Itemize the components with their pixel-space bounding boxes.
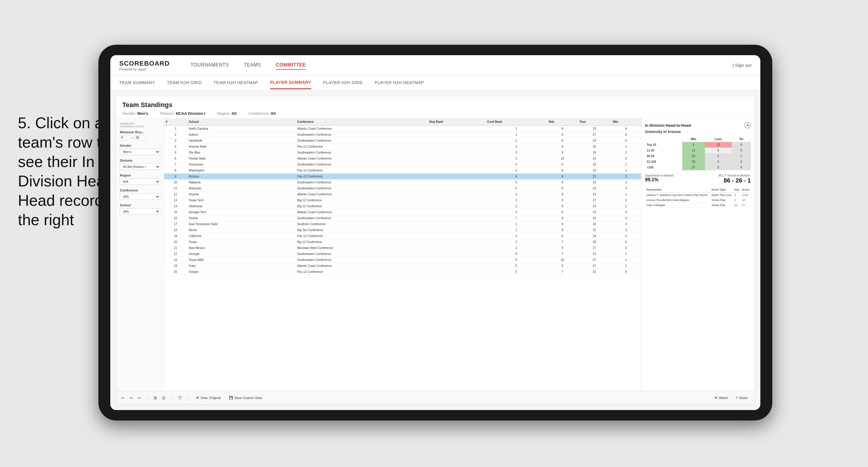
subnav-player-summary[interactable]: PLAYER SUMMARY [270, 76, 311, 89]
cell-conference: Mountain West Conference [296, 245, 428, 251]
cell-rds: 9 [547, 215, 578, 221]
sign-out-link[interactable]: | Sign out [733, 63, 751, 68]
table-row[interactable]: 15 Georgia Tech Atlantic Coast Conferenc… [164, 209, 641, 215]
tourney-cell-pos: 1 [733, 193, 741, 198]
table-row[interactable]: 18 Illinois Big Ten Conference 1 9 25 3 [164, 227, 641, 233]
tourney-cell-type: Match Play Loss [710, 193, 733, 198]
gender-filter-label: Gender [120, 144, 160, 147]
h2h-close-button[interactable]: ✕ [744, 122, 751, 128]
main-content: Team Standings Gender: Men's Division: N… [110, 90, 761, 410]
cell-tour: 23 [578, 126, 611, 132]
region-select[interactable]: N/A [120, 178, 160, 185]
h2h-cell-tie: 0 [732, 142, 751, 148]
table-row[interactable]: 20 Texas Big 12 Conference 3 7 20 0 [164, 239, 641, 245]
undo-icon[interactable]: ↩ [121, 396, 125, 400]
cell-school: Illinois [187, 227, 296, 233]
cell-school: North Carolina [187, 126, 296, 132]
table-row[interactable]: 21 New Mexico Mountain West Conference 1… [164, 245, 641, 251]
division-select[interactable]: NCAA Division I [120, 163, 160, 170]
table-row[interactable]: 24 Duke Atlantic Coast Conference 5 9 27… [164, 263, 641, 269]
col-rds: Rds [547, 118, 578, 126]
h2h-row: 26-50 25 2 1 [645, 153, 751, 159]
filter-division: Division: NCAA Division I [160, 111, 205, 116]
cell-tour: 24 [578, 191, 611, 197]
cell-reg-rank [428, 245, 486, 251]
table-row[interactable]: 6 Florida State Atlantic Coast Conferenc… [164, 156, 641, 162]
nav-link-tournaments[interactable]: TOURNAMENTS [190, 61, 229, 70]
table-row[interactable]: 13 Texas Tech Big 12 Conference 1 9 27 2 [164, 197, 641, 204]
cell-reg-rank [428, 263, 486, 269]
col-reg-rank: Reg Rank [428, 118, 486, 126]
table-row[interactable]: 9 Arizona Pac-12 Conference 4 8 23 3 [164, 174, 641, 180]
cell-reg-rank [428, 221, 486, 227]
table-row[interactable]: 23 Texas A&M Southeastern Conference 9 1… [164, 257, 641, 263]
table-row[interactable]: 10 Alabama Southeastern Conference 5 8 2… [164, 180, 641, 186]
table-row[interactable]: 4 Arizona State Pac-12 Conference 3 9 26… [164, 144, 641, 150]
cell-win: 1 [611, 257, 641, 263]
tourney-col-name: Tournament [645, 187, 710, 193]
table-row[interactable]: 8 Washington Pac-12 Conference 2 8 23 1 [164, 167, 641, 174]
cell-tour: 25 [578, 227, 611, 233]
paste-icon[interactable]: ⊟ [162, 396, 165, 400]
conference-select[interactable]: (All) [120, 193, 160, 200]
cell-reg-rank [428, 257, 486, 263]
col-tour: Tour [578, 118, 611, 126]
school-select[interactable]: (All) [120, 208, 160, 215]
cell-reg-rank [428, 251, 486, 257]
tourney-cell-score: 17 [741, 203, 751, 208]
subnav-player-h2h-grid[interactable]: PLAYER H2H GRID [323, 76, 363, 89]
subnav-team-h2h-heatmap[interactable]: TEAM H2H HEATMAP [214, 76, 258, 89]
table-row[interactable]: 5 Ole Miss Southeastern Conference 3 6 1… [164, 150, 641, 156]
standings-body: 1 North Carolina Atlantic Coast Conferen… [164, 126, 641, 275]
min-rounds-input[interactable] [120, 135, 131, 140]
nav-link-teams[interactable]: TEAMS [244, 61, 261, 70]
table-row[interactable]: 1 North Carolina Atlantic Coast Conferen… [164, 126, 641, 132]
cell-conf-rank: 1 [486, 221, 547, 227]
view-original-btn[interactable]: 👁 View: Original [194, 395, 222, 401]
h2h-cell-tie: 0 [732, 148, 751, 153]
redo-left-icon[interactable]: ↪ [129, 396, 133, 400]
table-row[interactable]: 3 Vanderbilt Southeastern Conference 2 8… [164, 138, 641, 144]
h2h-cell-label: 11-25 [645, 148, 682, 153]
copy-icon[interactable]: ⊞ [154, 396, 157, 400]
watch-btn[interactable]: 👁 Watch [713, 395, 730, 401]
table-row[interactable]: 16 Florida Southeastern Conference 7 9 2… [164, 215, 641, 221]
cell-num: 21 [164, 245, 187, 251]
redo-right-icon[interactable]: ↩ [138, 396, 141, 400]
table-row[interactable]: 7 Tennessee Southeastern Conference 4 6 … [164, 162, 641, 167]
cell-conference: Southeastern Conference [296, 138, 428, 144]
table-row[interactable]: 2 Auburn Southeastern Conference 1 9 27 … [164, 132, 641, 138]
col-conf-rank: Conf Rank [486, 118, 547, 126]
h2h-cell-loss: 8 [705, 148, 732, 153]
h2h-cell-loss: 0 [705, 165, 732, 170]
nav-link-committee[interactable]: COMMITTEE [276, 61, 306, 70]
table-row[interactable]: 22 Georgia Southeastern Conference 8 7 2… [164, 251, 641, 257]
cell-reg-rank [428, 239, 486, 245]
table-row[interactable]: 14 Oklahoma Big 12 Conference 2 8 24 2 [164, 204, 641, 209]
gender-select[interactable]: Men's [120, 149, 160, 155]
subnav-team-h2h-grid[interactable]: TEAM H2H GRID [167, 76, 202, 89]
cell-reg-rank [428, 138, 486, 144]
time-icon[interactable]: ⏱ [178, 396, 182, 400]
table-row[interactable]: 11 Arkansas Southeastern Conference 6 8 … [164, 186, 641, 191]
tourney-cell-name: Jackson T. Stephens Cup Men's Match-Play… [645, 193, 710, 198]
table-row[interactable]: 17 East Tennessee State Southern Confere… [164, 221, 641, 227]
h2h-opponents-label: Opponents in division: [645, 174, 674, 177]
filter-conference: Conference: All [248, 111, 276, 116]
subnav-team-summary[interactable]: TEAM SUMMARY [119, 76, 155, 89]
subnav-player-h2h-heatmap[interactable]: PLAYER H2H HEATMAP [374, 76, 424, 89]
table-row[interactable]: 12 Virginia Atlantic Coast Conference 3 … [164, 191, 641, 197]
min-rounds-label: Minimum Rou... [120, 130, 160, 134]
h2h-title: In Division Head-to-Head [645, 123, 691, 128]
cell-tour: 24 [578, 204, 611, 209]
cell-conference: Southeastern Conference [296, 150, 428, 156]
cell-conference: Big 12 Conference [296, 204, 428, 209]
cell-school: Tennessee [187, 162, 296, 167]
h2h-col-win: Win [682, 136, 705, 142]
share-btn[interactable]: ↗ Share [734, 395, 750, 401]
min-rounds-max-input[interactable] [135, 135, 146, 140]
cell-conf-rank: 3 [486, 150, 547, 156]
save-custom-btn[interactable]: 💾 Save Custom View [227, 395, 264, 401]
table-row[interactable]: 25 Oregon Pac-12 Conference 5 7 21 0 [164, 269, 641, 275]
table-row[interactable]: 19 California Pac-12 Conference 4 8 24 2 [164, 233, 641, 239]
